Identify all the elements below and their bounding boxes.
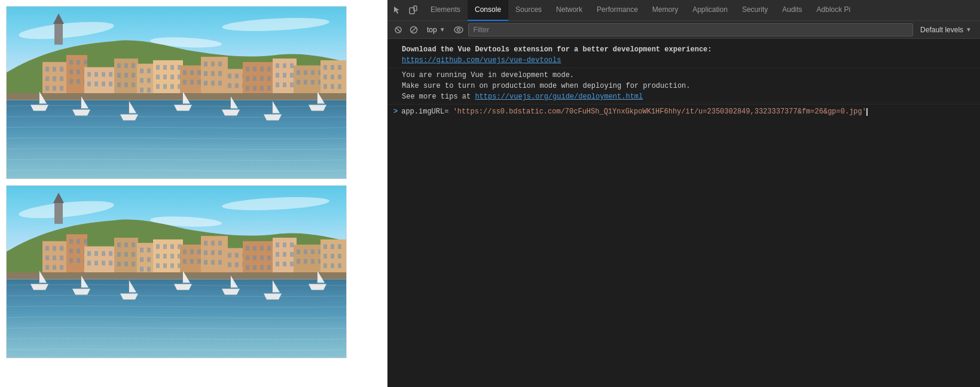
tab-adblock[interactable]: Adblock Pi xyxy=(810,0,858,21)
expression-string-val: 'https://ss0.bdstatic.com/70cFuHSh_Q1Ynx… xyxy=(453,108,866,116)
console-message-2-line1: You are running Vue in development mode. xyxy=(402,71,574,79)
tab-console[interactable]: Console xyxy=(468,0,508,21)
console-message-1-bold: Download the Vue Devtools extension for … xyxy=(402,45,712,54)
tab-audits[interactable]: Audits xyxy=(775,0,809,21)
tab-application[interactable]: Application xyxy=(685,0,735,21)
devtools-tabs: Elements Console Sources Network Perform… xyxy=(423,0,980,21)
eye-icon[interactable] xyxy=(453,24,465,36)
expression-text: app.imgURL= 'https://ss0.bdstatic.com/70… xyxy=(401,106,868,117)
inspect-element-icon[interactable] xyxy=(391,4,404,17)
devtools-tab-bar: Elements Console Sources Network Perform… xyxy=(387,0,980,21)
devtools-panel: Elements Console Sources Network Perform… xyxy=(387,0,980,387)
context-dropdown-arrow: ▼ xyxy=(439,26,445,33)
tab-performance[interactable]: Performance xyxy=(590,0,645,21)
console-output: Download the Vue Devtools extension for … xyxy=(387,39,980,387)
context-value: top xyxy=(427,26,437,34)
default-levels-arrow: ▼ xyxy=(966,26,972,33)
console-prompt: > xyxy=(393,106,398,117)
default-levels-dropdown[interactable]: Default levels ▼ xyxy=(917,24,975,35)
webpage-panel xyxy=(0,0,387,387)
device-toolbar-icon[interactable] xyxy=(407,4,420,17)
tab-elements[interactable]: Elements xyxy=(423,0,468,21)
console-toolbar: top ▼ Default levels ▼ xyxy=(387,21,980,39)
clear-console-icon[interactable] xyxy=(392,24,404,36)
console-message-2: You are running Vue in development mode.… xyxy=(387,68,980,105)
svg-rect-1 xyxy=(414,6,417,11)
expression-key: app.imgURL xyxy=(401,108,444,116)
console-message-2-link[interactable]: https://vuejs.org/guide/deployment.html xyxy=(475,93,643,101)
tab-network[interactable]: Network xyxy=(549,0,590,21)
expression-operator: = xyxy=(444,108,453,116)
tab-memory[interactable]: Memory xyxy=(645,0,685,21)
image-2 xyxy=(6,185,347,358)
ban-icon[interactable] xyxy=(408,24,420,36)
console-message-3: > app.imgURL= 'https://ss0.bdstatic.com/… xyxy=(387,105,980,119)
console-message-1-link[interactable]: https://github.com/vuejs/vue-devtools xyxy=(402,56,561,64)
image-1 xyxy=(6,6,347,179)
svg-point-6 xyxy=(454,27,463,33)
filter-input[interactable] xyxy=(468,23,913,36)
console-message-2-line2: Make sure to turn on production mode whe… xyxy=(402,82,690,90)
console-cursor xyxy=(866,108,868,116)
svg-line-3 xyxy=(396,28,400,32)
tab-sources[interactable]: Sources xyxy=(508,0,549,21)
default-levels-label: Default levels xyxy=(920,26,963,34)
console-message-2-line3: See more tips at xyxy=(402,93,475,101)
context-selector[interactable]: top ▼ xyxy=(423,24,449,35)
svg-point-7 xyxy=(457,28,460,31)
console-message-1: Download the Vue Devtools extension for … xyxy=(387,42,980,68)
svg-line-5 xyxy=(411,27,416,32)
tab-security[interactable]: Security xyxy=(735,0,775,21)
toolbar-icon-group xyxy=(387,4,423,17)
